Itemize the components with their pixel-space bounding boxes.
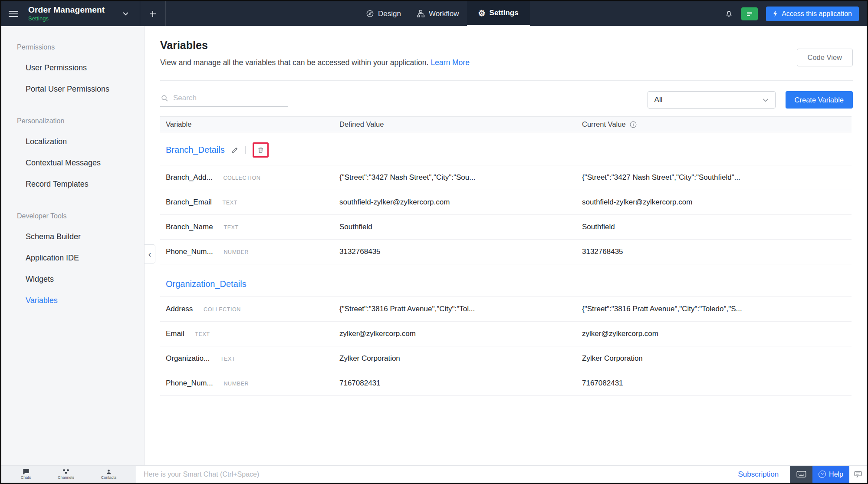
tab-design-label: Design [378, 10, 401, 18]
code-view-button[interactable]: Code View [797, 49, 853, 66]
delete-variable-button[interactable] [257, 146, 264, 154]
dock-item-contacts[interactable]: Contacts [101, 469, 117, 480]
help-button[interactable]: ? Help [812, 466, 849, 483]
page-title: Variables [160, 39, 853, 52]
filter-dropdown[interactable]: All [648, 91, 776, 109]
forms-list-button[interactable] [741, 7, 758, 20]
create-variable-button[interactable]: Create Variable [786, 91, 853, 109]
table-row[interactable]: Phone_Num... NUMBER 7167082431 716708243… [160, 371, 852, 396]
sidebar-item-schema-builder[interactable]: Schema Builder [1, 226, 144, 247]
dock-item-label: Channels [58, 475, 74, 480]
variable-type-badge: COLLECTION [204, 306, 241, 313]
search-box [160, 93, 288, 107]
current-value-cell: {"Street":"3816 Pratt Avenue","City":"To… [582, 305, 852, 313]
variable-name: Email [166, 329, 184, 338]
variable-name-cell: Phone_Num... NUMBER [160, 379, 339, 388]
sidebar-item-contextual-messages[interactable]: Contextual Messages [1, 152, 144, 174]
variable-name-cell: Branch_Add... COLLECTION [160, 173, 339, 182]
pencil-icon [231, 146, 239, 154]
current-value-cell: Southfield [582, 223, 852, 231]
main-content: Variables View and manage all the variab… [145, 26, 867, 465]
table-header-row: Variable Defined Value Current Value [160, 116, 852, 132]
sidebar-item-application-ide[interactable]: Application IDE [1, 247, 144, 269]
list-icon [746, 11, 753, 17]
subscription-link[interactable]: Subscription [738, 466, 779, 483]
section-title: Developer Tools [17, 212, 128, 220]
page-header: Variables View and manage all the variab… [145, 26, 867, 81]
design-icon [366, 10, 374, 18]
dock-item-chats[interactable]: Chats [21, 469, 31, 480]
tab-settings-label: Settings [490, 9, 519, 17]
table-row[interactable]: Organizatio... TEXT Zylker Corporation Z… [160, 346, 852, 371]
hamburger-menu-button[interactable] [1, 1, 26, 26]
variable-name: Organizatio... [166, 354, 210, 362]
sidebar-collapse-button[interactable]: ‹ [145, 244, 155, 263]
info-icon[interactable] [630, 121, 637, 128]
people-group-icon [62, 469, 70, 475]
topbar-actions: Access this application [725, 1, 859, 26]
defined-value-cell: southfield-zylker@zylkercorp.com [339, 198, 582, 207]
chat-console-icon [854, 471, 862, 478]
plus-icon [149, 10, 156, 17]
support-chat-button[interactable] [849, 466, 867, 483]
group-name-link[interactable]: Organization_Details [166, 279, 247, 289]
edit-variable-button[interactable] [231, 146, 239, 154]
variable-type-badge: TEXT [195, 331, 210, 337]
variable-type-badge: TEXT [220, 356, 235, 362]
app-switcher-button[interactable] [120, 9, 131, 18]
sidebar-section-permissions: Permissions User Permissions Portal User… [1, 43, 144, 100]
notifications-button[interactable] [725, 9, 733, 18]
dock-item-channels[interactable]: Channels [58, 469, 74, 480]
chat-dock: Chats Channels Contacts [1, 466, 136, 483]
tab-workflow-label: Workflow [429, 10, 459, 18]
trash-icon [257, 146, 264, 154]
sidebar-item-record-templates[interactable]: Record Templates [1, 174, 144, 195]
sidebar-item-localization[interactable]: Localization [1, 131, 144, 152]
table-row[interactable]: Address COLLECTION {"Street":"3816 Pratt… [160, 297, 852, 322]
divider [165, 1, 166, 26]
variable-name-cell: Phone_Num... NUMBER [160, 247, 339, 256]
tab-design[interactable]: Design [358, 1, 409, 26]
table-row[interactable]: Email TEXT zylker@zylkercorp.com zylker@… [160, 322, 852, 346]
tab-workflow[interactable]: Workflow [409, 1, 467, 26]
variable-name: Branch_Email [166, 198, 212, 206]
defined-value-cell: {"Street":"3816 Pratt Avenue","City":"To… [339, 305, 582, 313]
add-component-button[interactable] [140, 1, 165, 26]
current-value-cell: 3132768435 [582, 247, 852, 256]
keyboard-shortcuts-button[interactable] [790, 466, 812, 483]
sidebar-item-widgets[interactable]: Widgets [1, 269, 144, 290]
smart-chat-bar[interactable]: Here is your Smart Chat (Ctrl+Space) [136, 466, 738, 483]
section-title: Permissions [17, 43, 128, 51]
help-label: Help [829, 471, 843, 478]
sidebar-item-user-permissions[interactable]: User Permissions [1, 57, 144, 79]
variable-type-badge: NUMBER [224, 249, 249, 255]
sidebar-item-variables[interactable]: Variables [1, 290, 144, 311]
defined-value-cell: {"Street":"3427 Nash Street","City":"Sou… [339, 173, 582, 182]
access-application-label: Access this application [782, 10, 852, 18]
sidebar-item-portal-user-permissions[interactable]: Portal User Permissions [1, 79, 144, 100]
variable-group-branch-details: Branch_Details Branch_Add... COLLECTIO [160, 132, 852, 264]
defined-value-cell: 3132768435 [339, 247, 582, 256]
variable-name: Phone_Num... [166, 379, 213, 387]
current-value-cell: Zylker Corporation [582, 354, 852, 363]
tab-settings[interactable]: ⚙ Settings [467, 1, 530, 26]
chat-bubble-icon [23, 469, 30, 475]
table-row[interactable]: Branch_Email TEXT southfield-zylker@zylk… [160, 190, 852, 215]
column-header-defined-value: Defined Value [339, 120, 582, 128]
search-input[interactable] [173, 94, 287, 102]
person-icon [105, 469, 112, 475]
table-row[interactable]: Phone_Num... NUMBER 3132768435 313276843… [160, 240, 852, 264]
question-mark-icon: ? [819, 471, 826, 478]
keyboard-icon [796, 471, 806, 477]
learn-more-link[interactable]: Learn More [431, 58, 470, 67]
variable-name: Branch_Add... [166, 173, 213, 181]
table-row[interactable]: Branch_Name TEXT Southfield Southfield [160, 215, 852, 240]
defined-value-cell: Southfield [339, 223, 582, 231]
table-row[interactable]: Branch_Add... COLLECTION {"Street":"3427… [160, 165, 852, 190]
current-value-cell: {"Street":"3427 Nash Street","City":"Sou… [582, 173, 852, 182]
group-name-link[interactable]: Branch_Details [166, 145, 225, 155]
hamburger-icon [9, 10, 18, 17]
group-header: Organization_Details [160, 264, 852, 297]
sidebar-section-developer-tools: Developer Tools Schema Builder Applicati… [1, 212, 144, 311]
access-application-button[interactable]: Access this application [766, 7, 859, 21]
